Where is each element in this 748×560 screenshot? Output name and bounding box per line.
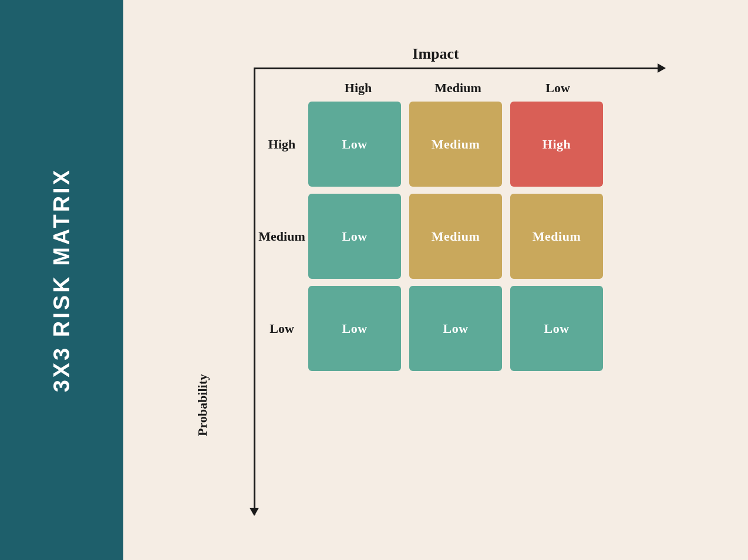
col-header-low: Low — [508, 80, 608, 96]
cell-medium-low: Medium — [510, 194, 603, 279]
row-low-cells: Low Low Low — [308, 286, 603, 371]
row-high-cells: Low Medium High — [308, 102, 603, 187]
cell-low-medium: Low — [409, 286, 502, 371]
row-label-high: High — [255, 137, 308, 152]
row-medium-cells: Low Medium Medium — [308, 194, 603, 279]
col-header-medium: Medium — [408, 80, 508, 96]
row-label-medium: Medium — [255, 229, 308, 244]
column-headers: High Medium Low — [308, 80, 665, 96]
main-content: Impact Probability High Medium Low High … — [123, 0, 748, 560]
chart-container: Impact Probability High Medium Low High … — [207, 45, 665, 515]
sidebar-title: 3X3 RISK MATRIX — [49, 168, 75, 392]
row-low: Low Low Low Low — [255, 286, 665, 371]
cell-high-low: High — [510, 102, 603, 187]
col-header-high: High — [308, 80, 408, 96]
cell-medium-high: Low — [308, 194, 401, 279]
cell-low-high: Low — [308, 286, 401, 371]
row-label-low: Low — [255, 321, 308, 336]
risk-grid: High Low Medium High Medium Low Medium M… — [255, 102, 665, 371]
cell-medium-medium: Medium — [409, 194, 502, 279]
cell-low-low: Low — [510, 286, 603, 371]
cell-high-high: Low — [308, 102, 401, 187]
probability-axis-label: Probability — [195, 374, 210, 436]
sidebar: 3X3 RISK MATRIX — [0, 0, 123, 560]
matrix-area: High Medium Low High Low Medium High — [255, 80, 665, 515]
cell-high-medium: Medium — [409, 102, 502, 187]
impact-axis-label: Impact — [412, 45, 459, 63]
impact-axis-arrow — [254, 68, 665, 69]
row-medium: Medium Low Medium Medium — [255, 194, 665, 279]
row-high: High Low Medium High — [255, 102, 665, 187]
